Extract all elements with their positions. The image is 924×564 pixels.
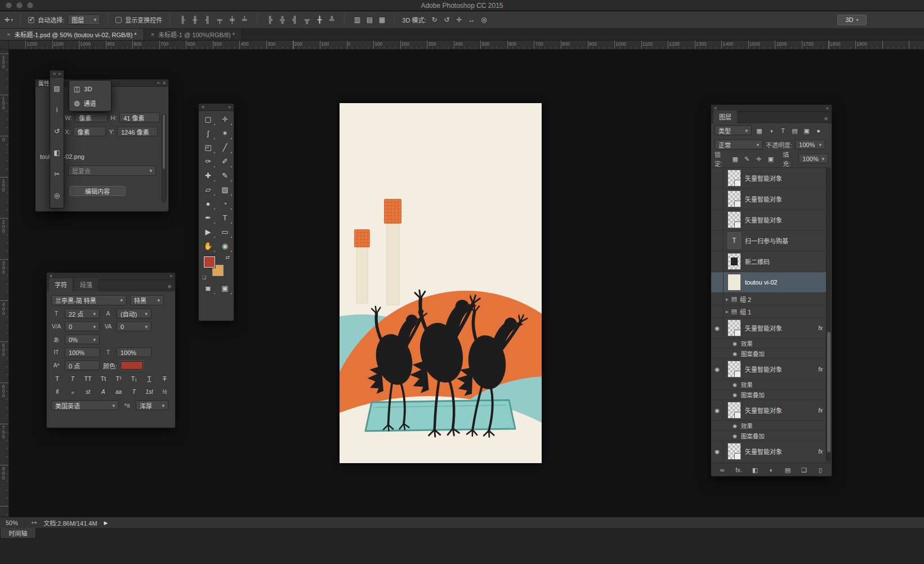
ordinals-button[interactable]: 1st — [144, 387, 155, 397]
dock-icon-clipping[interactable]: ✂ — [50, 163, 64, 185]
3d-slide-icon[interactable]: ↔ — [466, 15, 476, 25]
font-style-dropdown[interactable]: 特黑 — [130, 295, 164, 305]
status-detail-arrow[interactable]: ▶ — [104, 520, 108, 526]
opacity-field[interactable]: 100% — [795, 140, 825, 149]
visibility-toggle[interactable]: ◉ — [733, 423, 737, 429]
layer-row[interactable]: 矢量智能对象 — [711, 168, 826, 189]
document-tab[interactable]: ×未标题-1 @ 100%(RGB/8) * — [144, 29, 242, 40]
layer-effect-row[interactable]: ◉效果 — [711, 339, 826, 349]
layer-effect-row[interactable]: ◉图案叠加 — [711, 390, 826, 400]
auto-align-layers-icon[interactable]: ▦ — [377, 15, 387, 25]
lock-position-icon[interactable]: ✛ — [754, 154, 764, 164]
layer-fx-badge[interactable]: fx — [815, 325, 823, 331]
visibility-toggle[interactable] — [711, 210, 724, 230]
layers-scrollbar[interactable] — [826, 167, 831, 461]
visibility-toggle[interactable] — [711, 168, 724, 188]
text-color-swatch[interactable] — [120, 361, 143, 370]
visibility-toggle[interactable]: ◉ — [733, 392, 737, 398]
faux-bold-button[interactable]: T — [51, 374, 63, 384]
layer-row[interactable]: ▸▤组 2 — [711, 293, 826, 305]
distribute-bottom-edges-icon[interactable]: ╣ — [289, 15, 300, 25]
layer-thumbnail[interactable] — [727, 443, 741, 460]
hand-tool[interactable]: ✋ — [200, 239, 216, 253]
workspace-switcher-button[interactable]: 3D — [837, 15, 867, 25]
layer-filter-type-dropdown[interactable]: 类型 — [715, 126, 752, 135]
fractions-button[interactable]: ½ — [159, 387, 171, 397]
dodge-tool[interactable]: ◔ — [217, 197, 233, 211]
eraser-tool[interactable]: ▱ — [200, 183, 216, 197]
group-expand-icon[interactable]: ▸ — [726, 309, 729, 314]
edit-contents-button[interactable]: 编辑内容 — [69, 186, 126, 196]
3d-scale-icon[interactable]: ◎ — [479, 15, 489, 25]
layer-thumbnail[interactable] — [727, 211, 741, 228]
layer-effect-row[interactable]: ◉效果 — [711, 421, 826, 431]
layer-row[interactable]: ◉矢量智能对象fx — [711, 400, 826, 421]
dock-icon-libraries[interactable]: ◎ — [50, 185, 64, 206]
x-field[interactable]: 像素 — [73, 127, 106, 136]
tab-paragraph[interactable]: 段落 — [74, 278, 98, 291]
layer-thumbnail[interactable] — [727, 274, 741, 291]
strikethrough-button[interactable]: T — [159, 374, 171, 384]
layer-fx-badge[interactable]: fx — [815, 407, 823, 414]
collapse-panel-icon[interactable]: « — [157, 80, 160, 86]
small-caps-button[interactable]: Tt — [97, 374, 109, 384]
underline-button[interactable]: T — [144, 374, 155, 384]
align-vertical-centers-icon[interactable]: ╪ — [227, 15, 237, 25]
auto-select-target-dropdown[interactable]: 图层 — [68, 15, 100, 25]
layer-row[interactable]: 矢量智能对象 — [711, 189, 826, 210]
layer-row[interactable]: 新二维码 — [711, 251, 826, 272]
tab-layers[interactable]: 图层 — [713, 110, 737, 123]
eyedropper-tool[interactable]: ✑ — [200, 155, 216, 168]
clone-stamp-tool[interactable]: ✎ — [217, 169, 233, 183]
flyout-item-3d[interactable]: ◫3D — [69, 82, 111, 96]
distribute-horizontal-spacing-icon[interactable]: ▥ — [352, 15, 362, 25]
vertical-ruler[interactable]: 2001000100200300400500600700800 — [0, 50, 9, 517]
default-colors-icon[interactable]: ❏ — [202, 275, 206, 280]
quick-mask-button[interactable]: ◙ — [200, 282, 216, 295]
visibility-toggle[interactable] — [711, 230, 724, 251]
foreground-color-swatch[interactable] — [204, 256, 215, 268]
superscript-button[interactable]: T¹ — [113, 374, 124, 384]
font-size-field[interactable]: 22 点 — [65, 309, 100, 318]
visibility-toggle[interactable] — [711, 189, 724, 209]
layer-row[interactable]: ▸▤组 1 — [711, 305, 826, 318]
visibility-toggle[interactable] — [711, 305, 724, 317]
distribute-left-edges-icon[interactable]: ╦ — [302, 15, 312, 25]
leading-field[interactable]: (自动) — [117, 309, 151, 318]
type-tool[interactable]: T — [217, 211, 233, 225]
slice-tool[interactable]: ╱ — [217, 141, 233, 154]
layer-comp-dropdown[interactable]: 层复合 — [68, 166, 156, 176]
layer-effect-row[interactable]: ◉效果 — [711, 380, 826, 390]
lock-image-pixels-icon[interactable]: ✎ — [742, 154, 752, 164]
ligatures-button[interactable]: fi — [51, 387, 63, 397]
blur-tool[interactable]: ● — [200, 197, 216, 211]
path-selection-tool[interactable]: ▶ — [200, 225, 216, 239]
healing-brush-tool[interactable]: ✚ — [200, 169, 216, 183]
brush-tool[interactable]: ✐ — [217, 155, 233, 168]
current-tool-icon[interactable]: ✛ — [5, 16, 13, 24]
titling-alternates-button[interactable]: T — [128, 387, 140, 397]
layer-fx-badge[interactable]: fx — [815, 366, 823, 372]
new-group-icon[interactable]: ▤ — [783, 465, 792, 475]
layer-effect-row[interactable]: ◉图案叠加 — [711, 349, 826, 359]
align-left-edges-icon[interactable]: ╟ — [177, 15, 188, 25]
layer-style-icon[interactable]: fx. — [734, 465, 743, 475]
baseline-shift-field[interactable]: 0 点 — [65, 361, 100, 370]
close-panel-icon[interactable]: × — [53, 71, 56, 77]
distribute-horizontal-centers-icon[interactable]: ╋ — [314, 15, 324, 25]
stylistic-alternates-button[interactable]: aa — [113, 387, 124, 397]
visibility-toggle[interactable]: ◉ — [711, 359, 724, 379]
anti-alias-dropdown[interactable]: 浑厚 — [136, 401, 168, 410]
distribute-vertical-spacing-icon[interactable]: ▤ — [364, 15, 374, 25]
visibility-toggle[interactable]: ◉ — [733, 351, 737, 357]
distribute-vertical-centers-icon[interactable]: ╬ — [277, 15, 287, 25]
panel-tab-properties[interactable]: 属性 — [38, 79, 50, 87]
kerning-field[interactable]: 0 — [65, 322, 100, 331]
visibility-toggle[interactable]: ◉ — [711, 318, 724, 338]
vertical-scale-field[interactable]: 100% — [65, 348, 100, 357]
y-field[interactable]: 1246 像素 — [117, 127, 158, 136]
layer-row[interactable]: 矢量智能对象 — [711, 210, 826, 230]
height-field[interactable]: 41 像素 — [119, 113, 160, 122]
swap-colors-icon[interactable]: ⇄ — [225, 255, 230, 260]
collapse-panel-icon[interactable]: « — [826, 105, 829, 111]
